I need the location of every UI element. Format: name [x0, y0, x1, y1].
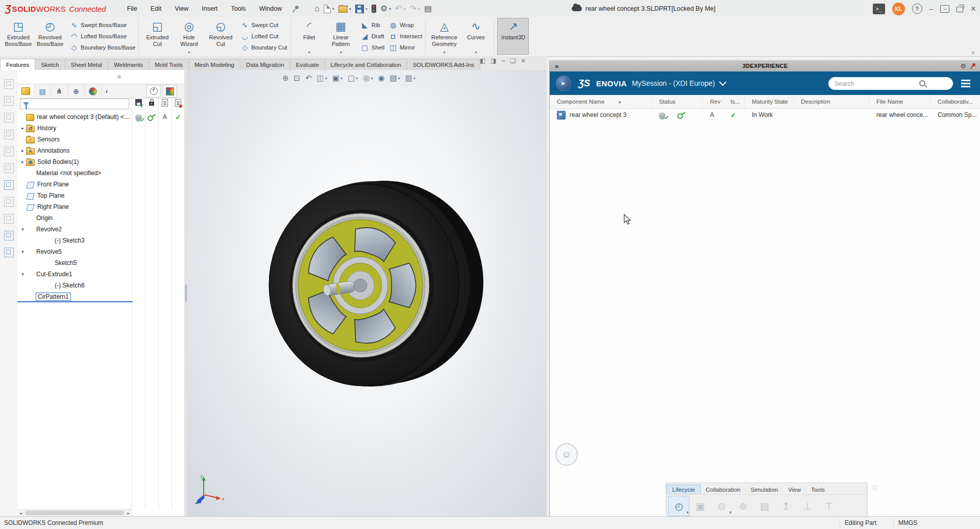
checked-out-column-header[interactable]: [158, 99, 172, 107]
collapse-pane-icon[interactable]: ‹: [102, 88, 112, 95]
pane-cube-6[interactable]: [4, 163, 14, 173]
duplicate[interactable]: ▣ ▾: [690, 496, 710, 516]
help-button[interactable]: ?: [912, 4, 922, 14]
dropdown-caret-icon[interactable]: ▾: [356, 76, 358, 81]
column-header[interactable]: File Name ▲: [869, 95, 930, 108]
column-header[interactable]: Rev ▲: [703, 95, 723, 108]
extruded-boss-base[interactable]: ◳ Extruded Boss/Base ▾: [3, 18, 34, 54]
lifecycle-status-button[interactable]: [370, 3, 378, 14]
graphics-viewport[interactable]: ⊕ ▾ ⊡ ▾ ↶ ▾ ◫ ▾ ▣ ▾ ▢: [187, 70, 547, 516]
tree-item[interactable]: ▸ History: [17, 123, 132, 134]
tree-item[interactable]: Sensors: [17, 134, 132, 145]
previous-view[interactable]: ↶ ▾: [303, 73, 314, 84]
reference-geometry[interactable]: ◬ Reference Geometry ▾: [429, 18, 459, 54]
dropdown-caret-icon[interactable]: ▾: [443, 50, 445, 55]
panel-splitter-dot[interactable]: [117, 75, 121, 79]
dropdown-caret-icon[interactable]: ▾: [413, 76, 415, 81]
home-button[interactable]: ⌂: [313, 3, 321, 14]
minimize-pane-icon[interactable]: –: [502, 57, 505, 64]
tree-item[interactable]: Material <not specified>: [17, 167, 132, 179]
command-tab[interactable]: SOLIDWORKS Add-Ins: [407, 59, 480, 70]
insert-component[interactable]: ↥ ▾: [776, 496, 796, 516]
draft[interactable]: ◢ Draft: [359, 31, 388, 42]
command-tab[interactable]: Weldments: [108, 59, 149, 70]
dropdown-caret-icon[interactable]: ▾: [340, 76, 342, 81]
column-header[interactable]: Collaborativ... ▲: [930, 95, 980, 108]
tree-item[interactable]: ▾ Revolve2: [17, 224, 132, 235]
palette-tab[interactable]: Collaboration: [701, 485, 746, 494]
lock-column-header[interactable]: [145, 99, 158, 106]
column-header[interactable]: Maturity State ▲: [745, 95, 794, 108]
column-header[interactable]: Status ▲: [652, 95, 703, 108]
zoom-to-area[interactable]: ⊡ ▾: [292, 73, 303, 84]
column-header[interactable]: Component Name ▲: [550, 95, 652, 108]
command-tab[interactable]: Evaluate: [290, 59, 325, 70]
dock-left-icon[interactable]: ◧: [480, 57, 485, 64]
lofted-cut[interactable]: ◡ Lofted Cut: [239, 31, 290, 42]
command-prompt-button[interactable]: >_: [873, 4, 885, 14]
wheel-3d-model[interactable]: [248, 170, 493, 400]
column-header[interactable]: Is... ▲: [723, 95, 745, 108]
dock-right-icon[interactable]: ◨: [491, 57, 496, 64]
dropdown-caret-icon[interactable]: ▾: [729, 510, 731, 515]
tree-item[interactable]: CirPattern1: [17, 291, 132, 302]
section-view[interactable]: ◫ ▾: [315, 73, 329, 84]
scrollbar-thumb[interactable]: [25, 511, 124, 515]
panel-pin-icon[interactable]: [970, 63, 976, 69]
dropdown-caret-icon[interactable]: ▾: [475, 50, 477, 55]
tree-expander-icon[interactable]: ▾: [19, 227, 26, 232]
search-icon[interactable]: [919, 80, 925, 86]
sort-ascending-icon[interactable]: ▲: [618, 100, 622, 104]
swept-boss-base[interactable]: ∿ Swept Boss/Base: [68, 19, 138, 31]
zoom-fit[interactable]: ⊕ ▾: [280, 73, 291, 84]
panel-settings-icon[interactable]: ⚙: [960, 62, 966, 70]
hole-wizard[interactable]: ◎ Hole Wizard ▾: [174, 18, 204, 54]
tree-expander-icon[interactable]: ▸: [19, 148, 26, 153]
saved-state-column-header[interactable]: [132, 99, 145, 106]
units-selector[interactable]: MMGS: [898, 519, 917, 526]
palette-tab[interactable]: View: [783, 485, 806, 494]
tree-item[interactable]: (-) Sketch6: [17, 280, 132, 291]
customize-pane[interactable]: [4, 197, 14, 207]
dropdown-caret-icon[interactable]: ▾: [371, 76, 373, 81]
edit-appearance[interactable]: ◉ ▾: [376, 73, 386, 84]
tree-item[interactable]: Right Plane: [17, 201, 132, 212]
tree-item[interactable]: Origin: [17, 212, 132, 224]
display-style[interactable]: ▢ ▾: [346, 73, 360, 84]
performance-lock-button[interactable]: [146, 85, 161, 98]
palette-tab[interactable]: Simulation: [746, 485, 783, 494]
linear-pattern[interactable]: ▦ Linear Pattern ▾: [326, 18, 356, 54]
options-button[interactable]: ⚙▾: [379, 3, 393, 14]
close-pane-icon[interactable]: ✕: [521, 57, 526, 64]
column-header[interactable]: Description ▲: [794, 95, 869, 108]
rib[interactable]: ◣ Rib: [359, 19, 388, 31]
command-tab[interactable]: Sheet Metal: [65, 59, 108, 70]
hamburger-menu-icon[interactable]: [961, 80, 970, 81]
tree-item[interactable]: (-) Sketch3: [17, 235, 132, 246]
instant3d[interactable]: ↗ Instant3D ▾: [498, 18, 528, 54]
tab-dimxpert-manager[interactable]: ⊕: [68, 85, 85, 98]
ribbon-collapse-icon[interactable]: ∧: [971, 50, 975, 55]
undo-button[interactable]: ↶▾: [394, 3, 407, 14]
display-states-button[interactable]: [163, 85, 177, 98]
session-selector[interactable]: MySession - (XDI Europe): [632, 79, 715, 87]
dropdown-caret-icon[interactable]: ▾: [332, 7, 334, 11]
tree-expander-icon[interactable]: ▾: [19, 272, 26, 277]
tree-expander-icon[interactable]: ▸: [19, 126, 26, 131]
command-tab[interactable]: Mold Tools: [149, 59, 189, 70]
command-tab[interactable]: Features: [0, 59, 35, 70]
restore-window-button[interactable]: [957, 7, 963, 12]
dropdown-caret-icon[interactable]: ▾: [340, 50, 342, 55]
tree-item[interactable]: ▸ Annotations: [17, 145, 132, 156]
revolved-boss-base[interactable]: ◴ Revolved Boss/Base ▾: [35, 18, 65, 54]
minimize-window-button[interactable]: –: [929, 5, 934, 12]
tree-item[interactable]: Top Plane: [17, 190, 132, 201]
tab-display-manager[interactable]: [85, 85, 102, 98]
tree-horizontal-scrollbar[interactable]: ◂ ▸: [17, 509, 132, 516]
swept-cut[interactable]: ∿ Swept Cut: [239, 19, 290, 31]
copy-appearance[interactable]: [4, 248, 14, 257]
pin-menu-icon[interactable]: [291, 5, 300, 13]
explore[interactable]: ⊙ ▾: [712, 496, 732, 516]
tab-feature-tree[interactable]: [17, 85, 34, 98]
properties-button[interactable]: ▤: [423, 3, 433, 14]
